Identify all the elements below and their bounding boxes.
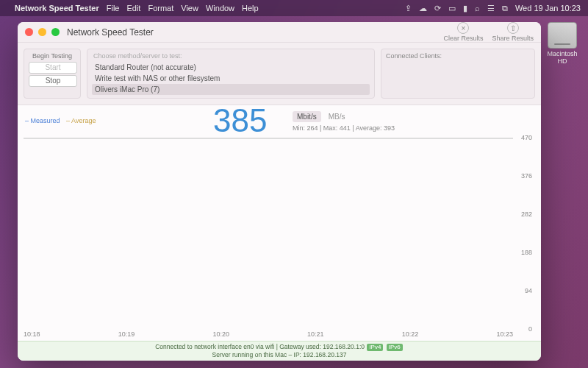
clear-results-label: Clear Results — [443, 35, 483, 42]
x-axis: 10:1810:1910:2010:2110:2210:23 — [24, 329, 513, 338]
unit-mbs[interactable]: MB/s — [324, 111, 350, 122]
unit-mbits[interactable]: Mbit/s — [293, 111, 321, 122]
share-results-button[interactable]: ⇧ Share Results — [492, 22, 534, 42]
speed-stats: Min: 264 | Max: 441 | Average: 393 — [293, 124, 395, 132]
cloud-icon[interactable]: ☁ — [419, 4, 427, 13]
footer-line1: Connected to network interface en0 via w… — [155, 343, 365, 350]
minimize-button[interactable] — [38, 28, 46, 36]
menu-format[interactable]: Format — [148, 4, 173, 13]
menu-edit[interactable]: Edit — [126, 4, 140, 13]
clients-panel: Connected Clients: — [381, 49, 535, 99]
traffic-lights — [25, 28, 60, 36]
speed-chart — [24, 138, 513, 139]
footer-line2: Server running on this Mac – IP: 192.168… — [18, 351, 541, 359]
y-tick: 376 — [521, 172, 532, 180]
y-tick: 94 — [525, 287, 532, 294]
legend-average: – Average — [66, 117, 96, 124]
x-tick: 10:21 — [307, 330, 324, 338]
server-panel: Choose method/server to test: Standard R… — [87, 49, 375, 99]
stop-button[interactable]: Stop — [29, 75, 77, 87]
wifi-icon[interactable]: ⧉ — [502, 4, 508, 13]
display-icon[interactable]: ▭ — [448, 4, 456, 13]
y-tick: 188 — [521, 249, 532, 256]
server-hint: Choose method/server to test: — [92, 52, 370, 62]
config-toolbar: Begin Testing Start Stop Choose method/s… — [18, 43, 541, 105]
app-window: Network Speed Tester × Clear Results ⇧ S… — [18, 22, 541, 361]
x-tick: 10:23 — [496, 330, 513, 338]
speed-value: 385 — [213, 102, 267, 139]
clear-results-button[interactable]: × Clear Results — [443, 22, 483, 42]
zoom-button[interactable] — [51, 28, 60, 36]
menubar: Network Speed Tester File Edit Format Vi… — [0, 0, 588, 16]
menu-view[interactable]: View — [181, 4, 198, 13]
battery-icon[interactable]: ▮ — [463, 4, 467, 13]
x-tick: 10:18 — [24, 330, 40, 338]
drive-icon — [548, 22, 577, 49]
search-icon[interactable]: ⌕ — [475, 4, 480, 13]
readout-row: – Measured – Average 385 Mbit/s MB/s Min… — [18, 105, 541, 138]
menu-help[interactable]: Help — [242, 4, 259, 13]
x-tick: 10:20 — [212, 330, 229, 338]
control-center-icon[interactable]: ☰ — [487, 4, 495, 13]
close-button[interactable] — [25, 28, 33, 36]
y-tick: 0 — [528, 325, 532, 333]
y-tick: 282 — [521, 210, 532, 218]
share-icon: ⇧ — [507, 22, 519, 34]
desktop-drive[interactable]: Macintosh HD — [544, 22, 581, 65]
clear-icon: × — [457, 22, 469, 34]
status-footer: Connected to network interface en0 via w… — [18, 341, 541, 361]
y-tick: 470 — [521, 134, 532, 141]
chart-area: 470376282188940 10:1810:1910:2010:2110:2… — [18, 138, 541, 341]
drive-label: Macintosh HD — [544, 50, 581, 65]
start-button[interactable]: Start — [29, 62, 77, 74]
window-title: Network Speed Tester — [67, 27, 154, 38]
sync-icon[interactable]: ⟳ — [434, 4, 441, 13]
server-list: Standard Router (not accurate)Write test… — [92, 62, 370, 95]
ipv6-badge: IPv6 — [387, 344, 403, 351]
titlebar: Network Speed Tester × Clear Results ⇧ S… — [18, 22, 541, 43]
chart-legend: – Measured – Average — [25, 117, 96, 124]
menubar-clock[interactable]: Wed 19 Jan 10:23 — [515, 4, 581, 13]
menubar-app-name[interactable]: Network Speed Tester — [15, 4, 99, 13]
clients-hint: Connected Clients: — [386, 52, 530, 60]
menu-window[interactable]: Window — [206, 4, 234, 13]
test-controls-panel: Begin Testing Start Stop — [24, 49, 81, 99]
server-item[interactable]: Olivers iMac Pro (7) — [92, 84, 370, 95]
ipv4-badge: IPv4 — [367, 344, 383, 351]
server-item[interactable]: Standard Router (not accurate) — [92, 62, 370, 73]
begin-testing-label: Begin Testing — [29, 52, 76, 60]
legend-measured: – Measured — [25, 117, 60, 124]
menu-file[interactable]: File — [107, 4, 120, 13]
x-tick: 10:19 — [118, 330, 135, 338]
dropbox-icon[interactable]: ⇪ — [405, 4, 412, 13]
share-results-label: Share Results — [492, 35, 534, 42]
x-tick: 10:22 — [402, 330, 419, 338]
server-item[interactable]: Write test with NAS or other filesystem — [92, 73, 370, 84]
unit-toggle[interactable]: Mbit/s MB/s — [293, 111, 349, 122]
